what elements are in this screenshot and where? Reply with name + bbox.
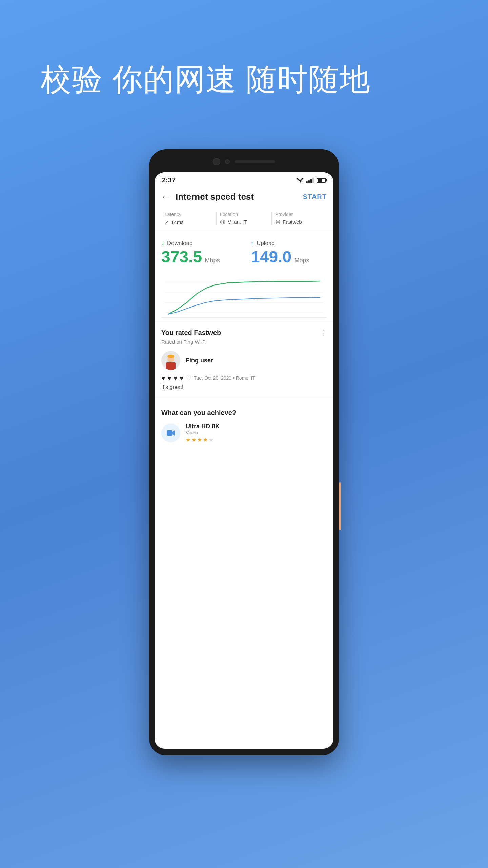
server-icon (275, 219, 281, 225)
heart-1: ♥ (161, 374, 165, 382)
camera-main (213, 158, 220, 165)
more-options-button[interactable]: ⋮ (319, 329, 327, 338)
phone-top-bar (155, 156, 333, 167)
video-icon (166, 428, 176, 438)
download-speed: ↓ Download 373.5 Mbps (161, 240, 237, 265)
achieve-type: Video (186, 430, 327, 435)
heart-4: ♥ (180, 374, 184, 382)
achieve-title: What can you achieve? (161, 409, 327, 417)
page-title: Internet speed test (176, 192, 303, 202)
upload-speed: ↑ Upload 149.0 Mbps (251, 240, 327, 265)
hearts-row: ♥ ♥ ♥ ♥ ♡ Tue, Oct 20, 2020 • Rome, IT (161, 374, 327, 382)
provider-label: Provider (275, 212, 323, 217)
latency-icon: ↗ (165, 219, 169, 225)
svg-point-11 (167, 355, 174, 358)
rating-section: You rated Fastweb ⋮ Rated on Fing Wi-Fi (155, 321, 333, 398)
rating-comment: It's great! (161, 384, 327, 390)
speed-section: ↓ Download 373.5 Mbps ↑ Upload (155, 230, 333, 318)
download-label: ↓ Download (161, 240, 237, 247)
stars-row: ★ ★ ★ ★ ★ (186, 437, 327, 443)
location-value: Milan, IT (220, 219, 268, 225)
heart-2: ♥ (167, 374, 171, 382)
upload-value-container: 149.0 Mbps (251, 249, 327, 265)
user-row: Fing user (161, 351, 327, 370)
achieve-icon-video (161, 423, 180, 442)
achieve-section: What can you achieve? Ultra HD 8K Video … (155, 401, 333, 451)
hero-text: 校验 你的网速 随时随地 (41, 61, 447, 98)
star-1: ★ (186, 437, 190, 443)
speed-chart (161, 272, 327, 318)
download-value-container: 373.5 Mbps (161, 249, 237, 265)
back-button[interactable]: ← (161, 192, 170, 202)
speaker-bar (235, 160, 275, 163)
status-time: 2:37 (162, 176, 176, 184)
battery-icon (317, 178, 326, 183)
stat-latency: Latency ↗ 14ms (161, 212, 217, 225)
rating-header: You rated Fastweb ⋮ (161, 329, 327, 338)
upload-arrow-icon: ↑ (251, 240, 254, 247)
provider-value: Fastweb (275, 219, 323, 225)
star-4: ★ (203, 437, 208, 443)
rating-title: You rated Fastweb (161, 329, 221, 337)
status-icons (296, 178, 326, 183)
star-5-empty: ★ (209, 437, 214, 443)
heart-5-empty: ♡ (186, 374, 192, 382)
phone-mockup: 2:37 (149, 149, 339, 755)
phone-screen: 2:37 (155, 172, 333, 749)
star-3: ★ (197, 437, 202, 443)
wifi-icon (296, 178, 304, 183)
svg-rect-9 (166, 362, 176, 370)
app-header: ← Internet speed test START (155, 187, 333, 207)
avatar (161, 351, 180, 370)
achieve-info: Ultra HD 8K Video ★ ★ ★ ★ ★ (186, 423, 327, 443)
svg-rect-12 (167, 430, 172, 436)
signal-icon (306, 178, 314, 183)
scrollbar-accent (339, 482, 341, 530)
status-bar: 2:37 (155, 172, 333, 187)
download-speed-unit: Mbps (205, 257, 220, 264)
star-2: ★ (191, 437, 196, 443)
avatar-image (161, 351, 180, 370)
stat-location: Location Milan, IT (217, 212, 272, 225)
user-name: Fing user (186, 357, 213, 364)
achieve-item-uhd: Ultra HD 8K Video ★ ★ ★ ★ ★ (161, 423, 327, 443)
download-speed-value: 373.5 (161, 248, 202, 266)
upload-speed-value: 149.0 (251, 248, 291, 266)
download-arrow-icon: ↓ (161, 240, 164, 247)
heart-3: ♥ (174, 374, 178, 382)
upload-label: ↑ Upload (251, 240, 327, 247)
location-label: Location (220, 212, 268, 217)
latency-value: ↗ 14ms (165, 219, 213, 225)
start-button[interactable]: START (303, 193, 327, 201)
upload-speed-unit: Mbps (294, 257, 309, 264)
globe-icon (220, 219, 225, 225)
svg-marker-13 (172, 430, 175, 436)
stat-provider: Provider Fastweb (272, 212, 327, 225)
rating-subtitle: Rated on Fing Wi-Fi (161, 339, 327, 345)
rating-date: Tue, Oct 20, 2020 • Rome, IT (194, 375, 256, 381)
achieve-name: Ultra HD 8K (186, 423, 327, 430)
stats-bar: Latency ↗ 14ms Location Milan, I (155, 207, 333, 230)
latency-label: Latency (165, 212, 213, 217)
chart-svg (165, 275, 323, 316)
speed-row: ↓ Download 373.5 Mbps ↑ Upload (161, 240, 327, 265)
camera-secondary (225, 159, 230, 164)
svg-point-3 (276, 220, 280, 221)
